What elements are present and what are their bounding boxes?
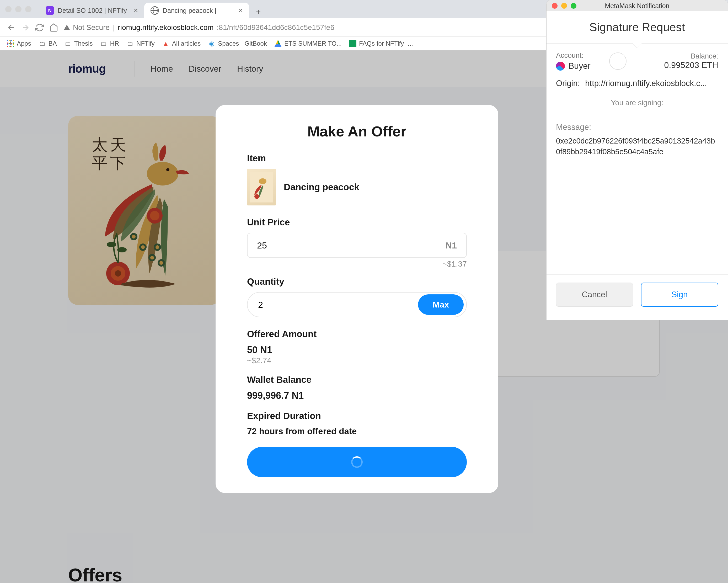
metamask-header: Signature Request bbox=[547, 11, 728, 44]
url-path: :81/nft/60d93641dd6c861c5e157fe6 bbox=[217, 23, 334, 32]
item-thumbnail bbox=[247, 169, 276, 205]
security-indicator[interactable]: Not Secure bbox=[63, 23, 110, 32]
quantity-label: Quantity bbox=[247, 276, 467, 287]
balance-value: 0.995203 ETH bbox=[664, 60, 718, 70]
tab-title: Detail SO-1002 | NFTify bbox=[58, 7, 127, 15]
message-box: Message: 0xe2c0dc2b976226f093f4bc25a9013… bbox=[547, 115, 728, 173]
folder-icon: 🗀 bbox=[64, 40, 72, 47]
warning-icon bbox=[63, 24, 70, 31]
account-label: Account: bbox=[556, 51, 591, 59]
max-button[interactable]: Max bbox=[418, 295, 464, 315]
origin-label: Origin: bbox=[556, 79, 580, 88]
gsheet-icon bbox=[349, 40, 356, 47]
unit-price-currency: N1 bbox=[446, 240, 457, 251]
offered-amount-label: Offered Amount bbox=[247, 329, 467, 339]
tab-title: Dancing peacock | bbox=[163, 7, 216, 15]
metamask-actions: Cancel Sign bbox=[547, 275, 728, 320]
hr-bookmark[interactable]: 🗀HR bbox=[100, 40, 119, 47]
svg-point-24 bbox=[259, 178, 266, 184]
wallet-balance-label: Wallet Balance bbox=[247, 374, 467, 385]
quantity-value: 2 bbox=[258, 300, 263, 310]
metamask-window-title: MetaMask Notification bbox=[605, 2, 670, 10]
new-tab-button[interactable]: + bbox=[252, 5, 265, 18]
svg-rect-23 bbox=[250, 172, 273, 203]
maximize-window-icon[interactable] bbox=[571, 3, 576, 9]
modal-title: Make An Offer bbox=[247, 123, 467, 140]
origin-value: http://riomug.nftify.ekoiosblock.c... bbox=[585, 79, 707, 88]
nftify-bookmark[interactable]: 🗀NFTify bbox=[126, 40, 155, 47]
close-window-icon[interactable] bbox=[552, 3, 557, 9]
metamask-popup: MetaMask Notification Signature Request … bbox=[546, 0, 728, 320]
globe-favicon-icon bbox=[151, 6, 159, 15]
expired-duration-value: 72 hours from offered date bbox=[247, 426, 467, 436]
balance-label: Balance: bbox=[664, 52, 718, 60]
submit-offer-button[interactable] bbox=[247, 447, 467, 477]
account-name: Buyer bbox=[556, 61, 591, 71]
close-tab-icon[interactable]: × bbox=[239, 6, 243, 15]
back-button[interactable] bbox=[7, 23, 16, 32]
unit-price-estimate: ~$1.37 bbox=[247, 259, 467, 269]
minimize-window-icon[interactable] bbox=[15, 6, 22, 12]
window-controls bbox=[5, 6, 31, 12]
account-avatar-icon bbox=[556, 62, 565, 71]
not-secure-label: Not Secure bbox=[73, 23, 110, 32]
sign-button[interactable]: Sign bbox=[641, 283, 719, 307]
metamask-titlebar: MetaMask Notification bbox=[547, 0, 728, 11]
folder-icon: 🗀 bbox=[100, 40, 107, 47]
item-label: Item bbox=[247, 153, 467, 163]
close-window-icon[interactable] bbox=[5, 6, 11, 12]
faqs-bookmark[interactable]: FAQs for NFTify -... bbox=[349, 40, 413, 47]
folder-icon: 🗀 bbox=[126, 40, 134, 47]
make-offer-modal: Make An Offer Item Dancing peacock Unit … bbox=[215, 105, 498, 493]
wallet-balance-value: 999,996.7 N1 bbox=[247, 390, 467, 401]
tab-nftify[interactable]: N Detail SO-1002 | NFTify × bbox=[39, 3, 144, 18]
quantity-input[interactable]: 2 Max bbox=[247, 292, 467, 317]
forward-button[interactable] bbox=[21, 23, 30, 32]
triangle-icon: ▲ bbox=[162, 40, 170, 47]
unit-price-label: Unit Price bbox=[247, 217, 467, 227]
offered-amount-value: 50 N1 bbox=[247, 345, 467, 356]
svg-point-25 bbox=[254, 194, 259, 199]
nftify-favicon-icon: N bbox=[46, 6, 54, 15]
message-label: Message: bbox=[556, 123, 718, 132]
close-tab-icon[interactable]: × bbox=[134, 6, 138, 15]
reload-button[interactable] bbox=[35, 23, 44, 32]
folder-icon: 🗀 bbox=[38, 40, 46, 47]
arrow-circle-icon bbox=[609, 52, 626, 70]
ba-bookmark[interactable]: 🗀BA bbox=[38, 40, 57, 47]
maximize-window-icon[interactable] bbox=[25, 6, 31, 12]
signing-label: You are signing: bbox=[547, 99, 728, 115]
apps-icon bbox=[7, 40, 14, 47]
minimize-window-icon[interactable] bbox=[561, 3, 567, 9]
apps-bookmark[interactable]: Apps bbox=[7, 40, 31, 47]
origin-row: Origin: http://riomug.nftify.ekoiosblock… bbox=[547, 76, 728, 99]
gdrive-icon bbox=[274, 40, 282, 47]
spaces-bookmark[interactable]: ◉Spaces - GitBook bbox=[208, 40, 267, 47]
cancel-button[interactable]: Cancel bbox=[556, 283, 633, 307]
thesis-bookmark[interactable]: 🗀Thesis bbox=[64, 40, 93, 47]
ets-bookmark[interactable]: ETS SUMMER TO... bbox=[274, 40, 342, 47]
url-host: riomug.nftify.ekoiosblock.com bbox=[118, 23, 213, 32]
item-name: Dancing peacock bbox=[284, 182, 359, 192]
unit-price-input[interactable]: 25 N1 bbox=[247, 233, 467, 258]
unit-price-value: 25 bbox=[257, 240, 267, 251]
expired-duration-label: Expired Duration bbox=[247, 411, 467, 421]
articles-bookmark[interactable]: ▲All articles bbox=[162, 40, 201, 47]
tab-dancing-peacock[interactable]: Dancing peacock | × bbox=[144, 3, 249, 18]
item-row: Dancing peacock bbox=[247, 169, 467, 205]
home-button[interactable] bbox=[49, 23, 58, 32]
loading-spinner-icon bbox=[351, 456, 363, 468]
cloud-icon: ◉ bbox=[208, 40, 215, 47]
message-value: 0xe2c0dc2b976226f093f4bc25a90132542a43b0… bbox=[556, 136, 718, 157]
offered-amount-estimate: ~$2.74 bbox=[247, 356, 467, 365]
